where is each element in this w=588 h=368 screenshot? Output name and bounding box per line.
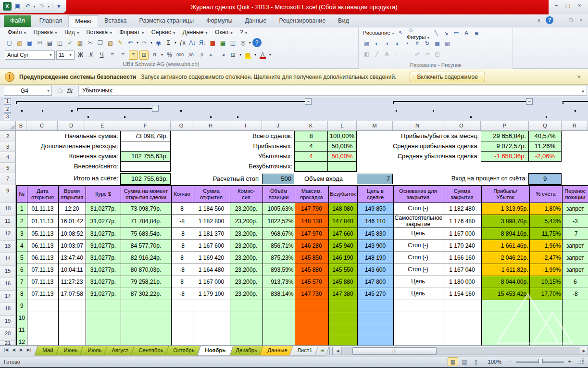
cell-P20[interactable] — [481, 324, 529, 336]
cell-E16[interactable]: 31,0277р. — [86, 276, 121, 288]
row-header-7[interactable]: 7 — [0, 173, 16, 185]
tab-splitter-handle[interactable] — [329, 347, 333, 355]
cell-H15[interactable]: 1 164 480 — [193, 264, 230, 276]
cell-H14[interactable]: 1 169 420 — [193, 252, 230, 264]
cell-L16[interactable]: 145 880 — [328, 276, 357, 288]
menu-item-Вид[interactable]: Вид▼ — [62, 28, 83, 37]
column-header-K[interactable]: K — [294, 121, 328, 130]
cell-K11[interactable]: 148 130 — [295, 215, 328, 228]
tab-Рецензирование[interactable]: Рецензирование — [273, 15, 332, 27]
row-header-17[interactable]: 17 — [0, 291, 16, 303]
cell-C14[interactable]: 06.11.13 — [27, 252, 58, 264]
chevron-down-icon[interactable]: ▼ — [150, 41, 153, 44]
last-sheet-button[interactable]: ▶| — [26, 347, 32, 352]
cell-F10[interactable]: 73 098,79р. — [121, 203, 171, 215]
row-header-14[interactable]: 14 — [0, 253, 16, 266]
cell-B20[interactable]: 11 — [16, 324, 27, 336]
shape-fill-icon[interactable]: ◧ — [363, 50, 371, 58]
copy-icon[interactable]: ❐ — [96, 38, 105, 47]
paste-icon[interactable]: ▧ — [106, 38, 115, 47]
menu-item-Вставка[interactable]: Вставка▼ — [84, 28, 116, 37]
restore-button[interactable]: ▢ — [563, 2, 573, 9]
cell-R14[interactable]: запрет — [562, 252, 588, 264]
doc-restore-button[interactable]: ▢ — [567, 16, 575, 24]
cell-H11[interactable]: 1 182 800 — [193, 215, 230, 228]
cell-O18[interactable] — [443, 300, 481, 312]
menu-item-Файл[interactable]: Файл▼ — [5, 28, 29, 37]
cell-N11[interactable]: Самостоятельное закрытие — [393, 215, 443, 228]
textbox-icon[interactable]: ▭ — [452, 29, 460, 37]
cell-K10[interactable]: 147 790 — [295, 203, 328, 215]
column-header-E[interactable]: E — [85, 121, 120, 130]
cell-B11[interactable]: 2 — [16, 215, 27, 228]
column-header-H[interactable]: H — [192, 121, 229, 130]
chevron-down-icon[interactable]: ▼ — [45, 86, 51, 96]
formula-content[interactable]: Убыточных: — [79, 86, 579, 96]
cell-L15[interactable]: 145 550 — [328, 264, 357, 276]
cell-O10[interactable]: 1 182 480 — [443, 203, 481, 215]
cell-R13[interactable]: запрет — [562, 240, 588, 252]
split-window-icon[interactable]: ◫ — [228, 38, 238, 47]
chevron-down-icon[interactable]: ▼ — [249, 41, 251, 44]
cell-R17[interactable]: -8 — [562, 288, 588, 300]
cell-D12[interactable]: 10:08:52 — [58, 228, 86, 240]
cell-D10[interactable]: 12:20 — [58, 203, 86, 215]
normal-view-icon[interactable]: ▦ — [448, 357, 458, 366]
cell-M21[interactable] — [357, 336, 393, 345]
cell-G14[interactable]: 8 — [171, 252, 193, 264]
cell-Q17[interactable]: 17,70% — [529, 288, 562, 300]
contrast-up-icon[interactable]: ◐ — [373, 39, 381, 48]
increase-indent-icon[interactable]: ⇥ — [218, 51, 227, 60]
collapse-group-button[interactable]: − — [305, 98, 312, 105]
cell-H12[interactable]: 1 181 370 — [193, 228, 230, 240]
cell-D15[interactable]: 10:04:11 — [58, 264, 86, 276]
shadow-style-icon[interactable]: ▱ — [423, 50, 431, 58]
cell-I21[interactable] — [230, 336, 263, 345]
cell-Q14[interactable]: -2,47% — [529, 252, 562, 264]
cell-D18[interactable] — [58, 300, 86, 312]
scrollbar-thumb[interactable] — [352, 347, 437, 355]
cell-J17[interactable]: 838,14% — [263, 288, 295, 300]
row-header-11[interactable]: 11 — [0, 216, 16, 228]
contrast-down-icon[interactable]: ◑ — [383, 39, 391, 48]
brightness-down-icon[interactable]: ◔ — [403, 39, 411, 48]
cell-C18[interactable] — [27, 300, 58, 312]
cell-C21[interactable] — [27, 336, 58, 345]
cell-F12[interactable]: 75 683,54р. — [121, 228, 171, 240]
cell-R16[interactable]: 6 — [562, 276, 588, 288]
cell-M18[interactable] — [357, 300, 393, 312]
cell-P15[interactable]: -1 611,82р. — [481, 264, 529, 276]
cell-E21[interactable] — [86, 336, 121, 345]
cell-P18[interactable] — [481, 300, 529, 312]
reset-picture-icon[interactable]: ▧ — [443, 39, 451, 48]
cell-K18[interactable] — [295, 300, 328, 312]
bold-icon[interactable]: Ж — [76, 51, 85, 60]
fill-color-icon[interactable]: ▆ — [243, 51, 252, 60]
align-left-icon[interactable]: ≡ — [108, 51, 117, 60]
chevron-down-icon[interactable]: ▼ — [254, 53, 257, 56]
scroll-right-icon[interactable]: ▶ — [580, 347, 588, 355]
line-color-icon[interactable]: ╱ — [373, 50, 381, 58]
summary-value-box[interactable]: -2,06% — [528, 151, 562, 162]
summary-value-box[interactable]: 29 656,84р. — [481, 131, 529, 141]
header-cell-K9[interactable]: Максим. просадка — [295, 186, 328, 203]
cell-D14[interactable]: 13:47:40 — [58, 252, 86, 264]
chevron-down-icon[interactable]: ▼ — [239, 53, 242, 56]
summary-value-box[interactable] — [327, 161, 357, 172]
cell-E20[interactable] — [86, 324, 121, 336]
cell-O20[interactable] — [443, 324, 481, 336]
insert-function-icon[interactable]: fx — [66, 87, 72, 94]
cell-F20[interactable] — [121, 324, 171, 336]
minimize-button[interactable]: − — [551, 2, 561, 9]
cell-K21[interactable] — [295, 336, 328, 345]
column-header-I[interactable]: I — [229, 121, 262, 130]
cell-K16[interactable]: 145 570 — [295, 276, 328, 288]
cell-M20[interactable] — [357, 324, 393, 336]
next-sheet-button[interactable]: ▶ — [18, 347, 25, 352]
tab-Вставка[interactable]: Вставка — [98, 15, 133, 27]
cell-B19[interactable]: 10 — [16, 312, 27, 324]
open-folder-icon[interactable]: ▨ — [15, 38, 24, 47]
column-header-F[interactable]: F — [120, 121, 171, 130]
cell-O13[interactable]: 1 170 240 — [443, 240, 481, 252]
hyperlink-icon[interactable]: ◉ — [154, 38, 163, 47]
